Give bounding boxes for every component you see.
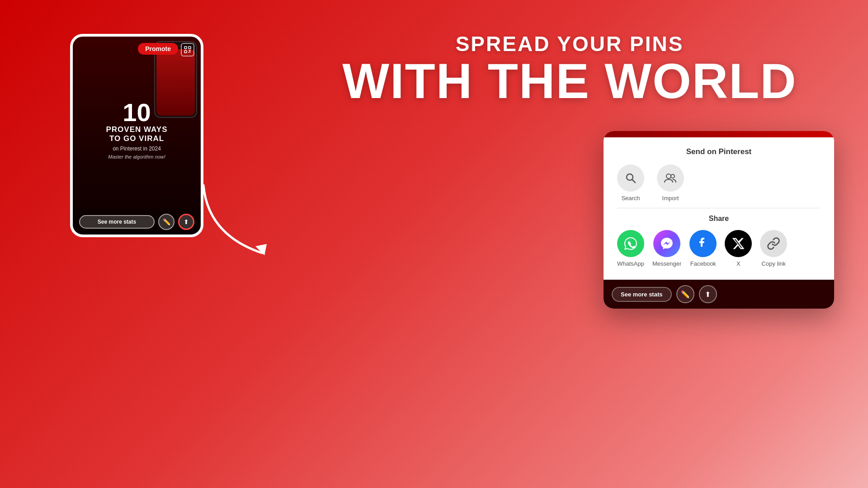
whatsapp-item[interactable]: WhatsApp (617, 230, 644, 267)
modal-title: Send on Pinterest (617, 147, 821, 156)
modal-body: Send on Pinterest Search (604, 137, 834, 280)
facebook-item[interactable]: Facebook (689, 230, 717, 267)
whatsapp-label: WhatsApp (617, 260, 644, 267)
scan-icon (181, 43, 194, 56)
arrow-container (190, 176, 289, 276)
card-description: Master the algorithm now! (80, 154, 193, 160)
messenger-icon (653, 230, 680, 257)
see-more-stats-button[interactable]: See more stats (79, 215, 155, 229)
headline-main: WITH THE WORLD (307, 56, 832, 106)
import-icon-circle (657, 164, 684, 192)
share-modal: Send on Pinterest Search (604, 131, 834, 309)
import-contact-item[interactable]: Import (657, 164, 684, 202)
x-item[interactable]: X (725, 230, 752, 267)
copy-link-item[interactable]: Copy link (760, 230, 787, 267)
copy-link-icon (760, 230, 787, 257)
modal-top-bar (604, 131, 834, 137)
headline-sub: SPREAD YOUR PINS (307, 32, 832, 56)
svg-rect-1 (189, 47, 191, 49)
search-label: Search (621, 195, 640, 202)
card-number: 10 (80, 100, 193, 125)
modal-see-more-button[interactable]: See more stats (612, 287, 672, 302)
whatsapp-icon (617, 230, 644, 257)
contacts-row: Search Import (617, 164, 821, 208)
phone-card: Promote 10 PROVEN WAYS TO GO VIRAL on Pi… (70, 34, 203, 237)
copy-link-label: Copy link (762, 260, 786, 267)
import-label: Import (662, 195, 679, 202)
facebook-label: Facebook (690, 260, 716, 267)
x-label: X (736, 260, 741, 267)
edit-pin-button[interactable]: ✏️ (158, 214, 175, 230)
modal-edit-button[interactable]: ✏️ (676, 285, 694, 303)
arrow-svg (190, 176, 289, 276)
svg-point-10 (671, 174, 675, 178)
svg-line-8 (632, 179, 635, 183)
card-bottom-bar: See more stats ✏️ ⬆ (73, 209, 201, 235)
phone-card-wrapper: Promote 10 PROVEN WAYS TO GO VIRAL on Pi… (70, 34, 203, 237)
modal-share-button[interactable]: ⬆ (699, 285, 717, 303)
promote-badge[interactable]: Promote (138, 43, 178, 55)
card-title-line2: TO GO VIRAL (80, 134, 193, 143)
share-apps-row: WhatsApp Messenger Facebook (617, 230, 821, 267)
messenger-label: Messenger (652, 260, 681, 267)
search-icon-circle (617, 164, 644, 192)
headline-container: SPREAD YOUR PINS WITH THE WORLD (307, 32, 832, 106)
svg-point-9 (666, 174, 671, 178)
modal-bottom-bar: See more stats ✏️ ⬆ (604, 280, 834, 309)
svg-rect-0 (184, 47, 187, 49)
search-contact-item[interactable]: Search (617, 164, 644, 202)
facebook-icon (689, 230, 717, 257)
share-section-title: Share (617, 215, 821, 223)
messenger-item[interactable]: Messenger (652, 230, 681, 267)
card-title-line1: PROVEN WAYS (80, 125, 193, 134)
x-icon (725, 230, 752, 257)
svg-rect-2 (184, 51, 187, 53)
card-subtitle: on Pinterest in 2024 (80, 145, 193, 152)
card-text-block: 10 PROVEN WAYS TO GO VIRAL on Pinterest … (80, 100, 193, 160)
